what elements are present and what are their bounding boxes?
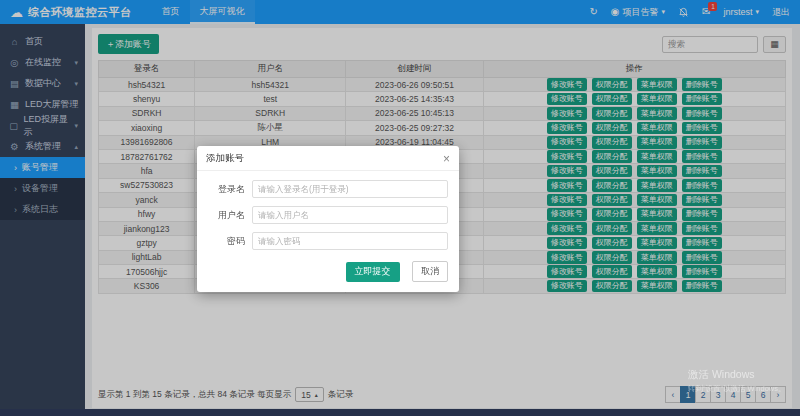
taskbar-strip	[0, 409, 800, 416]
form-row-password: 密码	[208, 232, 448, 250]
password-field[interactable]	[252, 232, 448, 250]
username-field[interactable]	[252, 206, 448, 224]
submit-button[interactable]: 立即提交	[346, 262, 400, 282]
username-field-label: 用户名	[208, 209, 252, 222]
login-field[interactable]	[252, 180, 448, 198]
form-row-login: 登录名	[208, 180, 448, 198]
modal-footer: 立即提交 取消	[197, 259, 459, 292]
close-icon[interactable]: ×	[443, 153, 450, 165]
modal-body: 登录名 用户名 密码	[197, 171, 459, 259]
form-row-username: 用户名	[208, 206, 448, 224]
modal-header: 添加账号 ×	[197, 146, 459, 171]
add-account-modal: 添加账号 × 登录名 用户名 密码 立即提交 取消	[197, 146, 459, 292]
password-field-label: 密码	[208, 235, 252, 248]
cancel-button[interactable]: 取消	[412, 261, 448, 282]
modal-title: 添加账号	[206, 152, 244, 165]
login-field-label: 登录名	[208, 183, 252, 196]
